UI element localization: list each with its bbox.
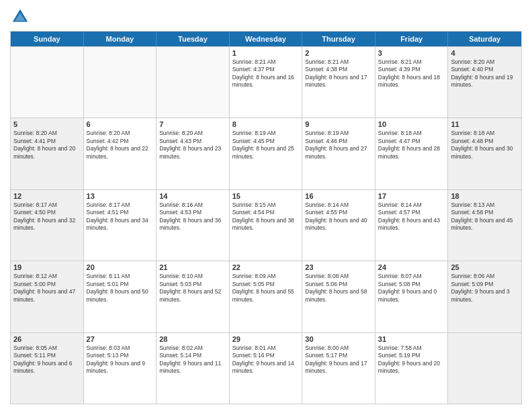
- cal-cell-1-2: 7Sunrise: 8:20 AM Sunset: 4:43 PM Daylig…: [157, 118, 230, 189]
- day-number: 30: [305, 335, 372, 343]
- cal-cell-3-0: 19Sunrise: 8:12 AM Sunset: 5:00 PM Dayli…: [11, 261, 84, 332]
- day-info: Sunrise: 8:18 AM Sunset: 4:48 PM Dayligh…: [451, 130, 519, 161]
- cal-cell-2-1: 13Sunrise: 8:17 AM Sunset: 4:51 PM Dayli…: [84, 190, 157, 261]
- day-number: 1: [232, 49, 300, 57]
- day-number: 6: [87, 120, 154, 128]
- cal-cell-1-1: 6Sunrise: 8:20 AM Sunset: 4:42 PM Daylig…: [84, 118, 157, 189]
- cal-cell-2-2: 14Sunrise: 8:16 AM Sunset: 4:53 PM Dayli…: [157, 190, 230, 261]
- day-number: 18: [451, 192, 519, 200]
- cal-cell-2-4: 16Sunrise: 8:14 AM Sunset: 4:55 PM Dayli…: [302, 190, 375, 261]
- day-number: 2: [305, 49, 372, 57]
- cal-cell-1-3: 8Sunrise: 8:19 AM Sunset: 4:45 PM Daylig…: [230, 118, 303, 189]
- day-number: 4: [451, 49, 519, 57]
- cal-cell-1-6: 11Sunrise: 8:18 AM Sunset: 4:48 PM Dayli…: [448, 118, 521, 189]
- day-number: 31: [378, 335, 445, 343]
- day-number: 7: [159, 120, 226, 128]
- day-info: Sunrise: 8:21 AM Sunset: 4:39 PM Dayligh…: [378, 58, 445, 89]
- header: [10, 7, 522, 27]
- day-number: 5: [13, 120, 81, 128]
- cal-cell-4-6: [448, 333, 521, 404]
- day-info: Sunrise: 8:07 AM Sunset: 5:08 PM Dayligh…: [378, 273, 445, 304]
- cal-cell-0-4: 2Sunrise: 8:21 AM Sunset: 4:38 PM Daylig…: [302, 47, 375, 118]
- calendar-header: SundayMondayTuesdayWednesdayThursdayFrid…: [11, 32, 521, 46]
- calendar-row-0: 1Sunrise: 8:21 AM Sunset: 4:37 PM Daylig…: [11, 46, 521, 118]
- cal-cell-0-2: [157, 47, 230, 118]
- day-of-week-sunday: Sunday: [11, 32, 84, 46]
- day-number: 11: [451, 120, 519, 128]
- cal-cell-2-3: 15Sunrise: 8:15 AM Sunset: 4:54 PM Dayli…: [230, 190, 303, 261]
- day-info: Sunrise: 8:11 AM Sunset: 5:01 PM Dayligh…: [87, 273, 154, 304]
- cal-cell-0-0: [11, 47, 84, 118]
- cal-cell-2-0: 12Sunrise: 8:17 AM Sunset: 4:50 PM Dayli…: [11, 190, 84, 261]
- day-info: Sunrise: 8:21 AM Sunset: 4:38 PM Dayligh…: [305, 58, 372, 89]
- day-number: 13: [87, 192, 154, 200]
- day-info: Sunrise: 8:16 AM Sunset: 4:53 PM Dayligh…: [159, 201, 226, 232]
- day-number: 23: [305, 263, 372, 271]
- cal-cell-3-2: 21Sunrise: 8:10 AM Sunset: 5:03 PM Dayli…: [157, 261, 230, 332]
- day-info: Sunrise: 8:12 AM Sunset: 5:00 PM Dayligh…: [13, 273, 81, 304]
- day-of-week-monday: Monday: [84, 32, 157, 46]
- day-info: Sunrise: 8:15 AM Sunset: 4:54 PM Dayligh…: [232, 201, 300, 232]
- day-info: Sunrise: 8:17 AM Sunset: 4:50 PM Dayligh…: [13, 201, 81, 232]
- day-of-week-wednesday: Wednesday: [230, 32, 303, 46]
- cal-cell-0-3: 1Sunrise: 8:21 AM Sunset: 4:37 PM Daylig…: [230, 47, 303, 118]
- day-number: 3: [378, 49, 445, 57]
- day-number: 17: [378, 192, 445, 200]
- logo: [10, 7, 33, 27]
- cal-cell-3-1: 20Sunrise: 8:11 AM Sunset: 5:01 PM Dayli…: [84, 261, 157, 332]
- day-info: Sunrise: 8:14 AM Sunset: 4:57 PM Dayligh…: [378, 201, 445, 232]
- calendar-row-3: 19Sunrise: 8:12 AM Sunset: 5:00 PM Dayli…: [11, 261, 521, 332]
- day-number: 25: [451, 263, 519, 271]
- day-number: 28: [159, 335, 226, 343]
- day-number: 8: [232, 120, 300, 128]
- day-number: 29: [232, 335, 300, 343]
- cal-cell-0-1: [84, 47, 157, 118]
- day-info: Sunrise: 8:00 AM Sunset: 5:17 PM Dayligh…: [305, 345, 372, 375]
- day-info: Sunrise: 8:20 AM Sunset: 4:40 PM Dayligh…: [451, 58, 519, 89]
- calendar-row-1: 5Sunrise: 8:20 AM Sunset: 4:41 PM Daylig…: [11, 118, 521, 189]
- day-info: Sunrise: 7:58 AM Sunset: 5:19 PM Dayligh…: [378, 345, 445, 375]
- day-number: 14: [159, 192, 226, 200]
- day-info: Sunrise: 8:21 AM Sunset: 4:37 PM Dayligh…: [232, 58, 300, 89]
- calendar-row-2: 12Sunrise: 8:17 AM Sunset: 4:50 PM Dayli…: [11, 189, 521, 261]
- cal-cell-1-0: 5Sunrise: 8:20 AM Sunset: 4:41 PM Daylig…: [11, 118, 84, 189]
- day-number: 20: [87, 263, 154, 271]
- cal-cell-4-3: 29Sunrise: 8:01 AM Sunset: 5:16 PM Dayli…: [230, 333, 303, 404]
- day-info: Sunrise: 8:02 AM Sunset: 5:14 PM Dayligh…: [159, 345, 226, 375]
- cal-cell-3-5: 24Sunrise: 8:07 AM Sunset: 5:08 PM Dayli…: [375, 261, 449, 332]
- day-of-week-saturday: Saturday: [448, 32, 521, 46]
- day-info: Sunrise: 8:19 AM Sunset: 4:45 PM Dayligh…: [232, 130, 300, 161]
- day-number: 22: [232, 263, 300, 271]
- cal-cell-3-6: 25Sunrise: 8:06 AM Sunset: 5:09 PM Dayli…: [448, 261, 521, 332]
- day-info: Sunrise: 8:01 AM Sunset: 5:16 PM Dayligh…: [232, 345, 300, 375]
- cal-cell-4-4: 30Sunrise: 8:00 AM Sunset: 5:17 PM Dayli…: [302, 333, 375, 404]
- calendar: SundayMondayTuesdayWednesdayThursdayFrid…: [10, 31, 522, 404]
- day-info: Sunrise: 8:20 AM Sunset: 4:41 PM Dayligh…: [13, 130, 81, 161]
- day-info: Sunrise: 8:10 AM Sunset: 5:03 PM Dayligh…: [159, 273, 226, 304]
- day-info: Sunrise: 8:17 AM Sunset: 4:51 PM Dayligh…: [87, 201, 154, 232]
- day-number: 16: [305, 192, 372, 200]
- day-of-week-thursday: Thursday: [302, 32, 375, 46]
- day-number: 26: [13, 335, 81, 343]
- day-number: 19: [13, 263, 81, 271]
- cal-cell-3-3: 22Sunrise: 8:09 AM Sunset: 5:05 PM Dayli…: [230, 261, 303, 332]
- day-number: 21: [159, 263, 226, 271]
- day-of-week-tuesday: Tuesday: [157, 32, 230, 46]
- day-info: Sunrise: 8:05 AM Sunset: 5:11 PM Dayligh…: [13, 345, 81, 375]
- day-number: 9: [305, 120, 372, 128]
- day-number: 10: [378, 120, 445, 128]
- day-number: 27: [87, 335, 154, 343]
- cal-cell-2-6: 18Sunrise: 8:13 AM Sunset: 4:58 PM Dayli…: [448, 190, 521, 261]
- cal-cell-3-4: 23Sunrise: 8:08 AM Sunset: 5:06 PM Dayli…: [302, 261, 375, 332]
- cal-cell-4-2: 28Sunrise: 8:02 AM Sunset: 5:14 PM Dayli…: [157, 333, 230, 404]
- day-info: Sunrise: 8:18 AM Sunset: 4:47 PM Dayligh…: [378, 130, 445, 161]
- cal-cell-0-6: 4Sunrise: 8:20 AM Sunset: 4:40 PM Daylig…: [448, 47, 521, 118]
- day-info: Sunrise: 8:06 AM Sunset: 5:09 PM Dayligh…: [451, 273, 519, 304]
- day-info: Sunrise: 8:20 AM Sunset: 4:43 PM Dayligh…: [159, 130, 226, 161]
- day-info: Sunrise: 8:03 AM Sunset: 5:13 PM Dayligh…: [87, 345, 154, 375]
- cal-cell-2-5: 17Sunrise: 8:14 AM Sunset: 4:57 PM Dayli…: [375, 190, 449, 261]
- page: SundayMondayTuesdayWednesdayThursdayFrid…: [0, 0, 532, 411]
- cal-cell-4-0: 26Sunrise: 8:05 AM Sunset: 5:11 PM Dayli…: [11, 333, 84, 404]
- cal-cell-0-5: 3Sunrise: 8:21 AM Sunset: 4:39 PM Daylig…: [375, 47, 449, 118]
- day-info: Sunrise: 8:08 AM Sunset: 5:06 PM Dayligh…: [305, 273, 372, 304]
